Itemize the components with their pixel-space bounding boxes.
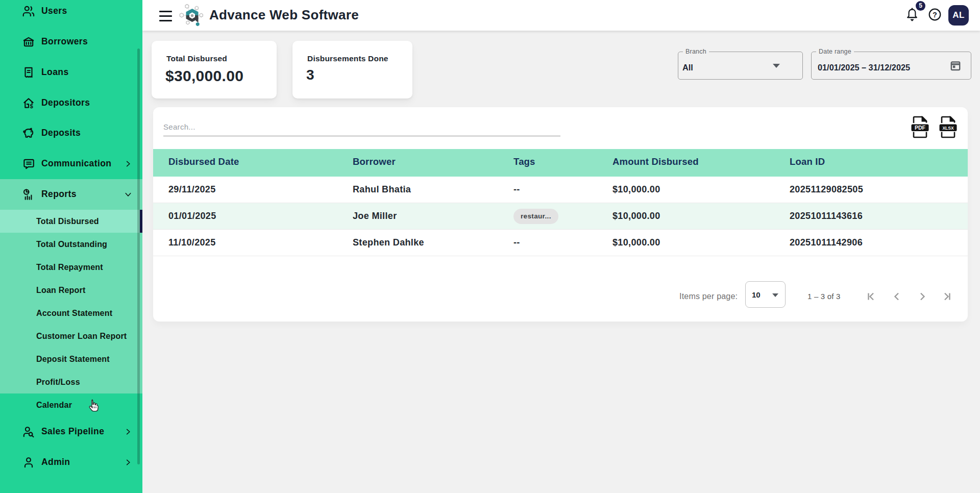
svg-text:$: $ (30, 103, 33, 109)
svg-text:XLSX: XLSX (942, 126, 954, 131)
svg-text:?: ? (933, 11, 937, 19)
svg-text:PDF: PDF (915, 125, 926, 131)
